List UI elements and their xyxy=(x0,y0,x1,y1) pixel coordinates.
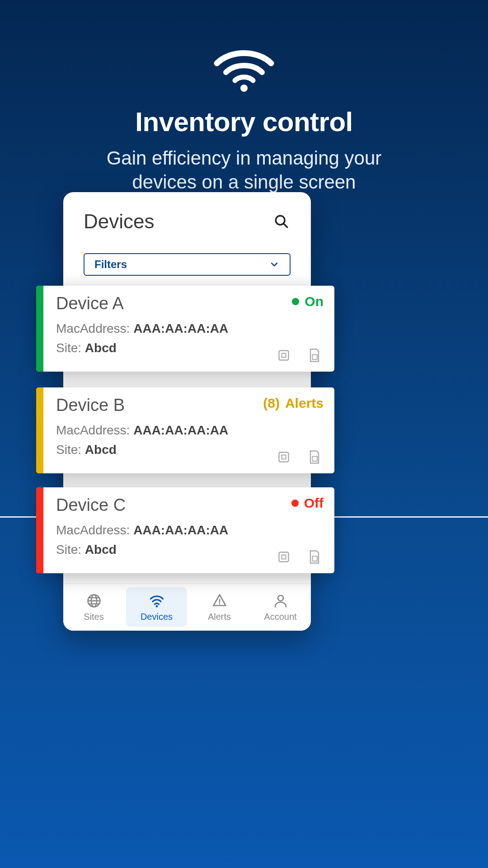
svg-rect-11 xyxy=(282,354,286,358)
hero-subtitle: Gain efficiency in managing your devices… xyxy=(0,146,488,194)
sim-icon[interactable] xyxy=(305,548,324,566)
globe-icon xyxy=(86,593,102,609)
alert-triangle-icon xyxy=(211,593,228,609)
svg-rect-13 xyxy=(279,453,289,462)
nav-label: Alerts xyxy=(208,612,231,622)
svg-rect-15 xyxy=(313,457,318,462)
device-status: Off xyxy=(291,495,324,511)
hero-title: Inventory control xyxy=(0,106,488,137)
chevron-down-icon xyxy=(269,259,280,270)
svg-rect-17 xyxy=(282,555,286,559)
svg-rect-10 xyxy=(279,351,289,360)
chip-icon[interactable] xyxy=(275,448,293,466)
card-action-icons xyxy=(275,448,324,466)
nav-label: Account xyxy=(264,612,296,622)
search-button[interactable] xyxy=(272,212,291,231)
nav-sites[interactable]: Sites xyxy=(63,584,124,631)
device-name: Device C xyxy=(56,495,324,515)
search-icon xyxy=(274,214,289,229)
nav-alerts[interactable]: Alerts xyxy=(189,584,250,631)
svg-rect-16 xyxy=(279,552,289,562)
device-mac: MacAddress: AAA:AA:AA:AA xyxy=(56,319,324,338)
svg-rect-18 xyxy=(313,557,318,561)
device-card[interactable]: Device C MacAddress: AAA:AA:AA:AA Site: … xyxy=(36,487,334,573)
person-icon xyxy=(272,593,289,609)
svg-rect-14 xyxy=(282,455,286,459)
device-mac: MacAddress: AAA:AA:AA:AA xyxy=(56,420,324,440)
status-dot-icon xyxy=(291,500,299,507)
hero-section: Inventory control Gain efficiency in man… xyxy=(0,0,488,194)
card-action-icons xyxy=(275,548,324,566)
wifi-icon xyxy=(149,593,165,609)
chip-icon[interactable] xyxy=(275,548,293,566)
svg-point-9 xyxy=(278,595,283,601)
svg-rect-12 xyxy=(313,355,318,360)
svg-line-2 xyxy=(283,223,287,227)
nav-account[interactable]: Account xyxy=(250,584,311,631)
status-dot-icon xyxy=(292,298,299,305)
device-mac: MacAddress: AAA:AA:AA:AA xyxy=(56,520,324,540)
sim-icon[interactable] xyxy=(305,448,324,466)
svg-point-0 xyxy=(240,85,248,92)
sim-icon[interactable] xyxy=(305,346,324,364)
status-stripe xyxy=(36,487,43,573)
status-stripe xyxy=(36,286,43,372)
wifi-icon xyxy=(0,47,488,93)
screen-title: Devices xyxy=(84,210,155,233)
device-status: (8) Alerts xyxy=(263,396,324,411)
status-stripe xyxy=(36,387,43,473)
nav-label: Sites xyxy=(84,612,103,622)
nav-label: Devices xyxy=(141,612,173,622)
device-name: Device A xyxy=(56,294,324,313)
bottom-nav: Sites Devices Alerts Account xyxy=(63,583,311,631)
card-action-icons xyxy=(275,346,324,364)
device-card[interactable]: Device A MacAddress: AAA:AA:AA:AA Site: … xyxy=(36,286,334,372)
chip-icon[interactable] xyxy=(275,346,293,364)
device-status: On xyxy=(292,294,324,309)
filters-dropdown[interactable]: Filters xyxy=(84,253,291,276)
svg-point-8 xyxy=(219,603,220,604)
alert-count: (8) xyxy=(263,396,280,411)
screen-header: Devices xyxy=(63,192,311,244)
nav-devices[interactable]: Devices xyxy=(126,587,187,627)
device-card[interactable]: Device B MacAddress: AAA:AA:AA:AA Site: … xyxy=(36,387,334,473)
svg-point-6 xyxy=(155,605,158,607)
filters-label: Filters xyxy=(94,258,127,271)
